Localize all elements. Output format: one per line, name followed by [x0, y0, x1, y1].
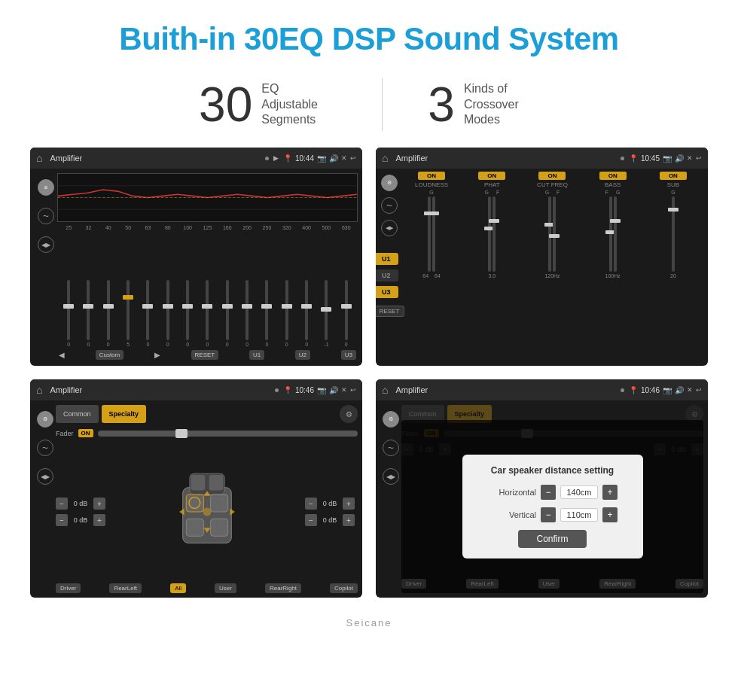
home-icon-3[interactable]: ⌂ [36, 384, 42, 396]
eq-next-btn[interactable]: ▶ [154, 351, 160, 359]
horizontal-minus-btn[interactable]: − [541, 485, 556, 500]
bass-on-btn[interactable]: ON [599, 172, 627, 180]
eq-icon-2[interactable]: 〜 [38, 208, 54, 224]
screen3-main: Common Specialty ⚙ Fader ON [56, 405, 358, 593]
fader-icon-3[interactable]: ◀▶ [37, 468, 53, 485]
screen3-tab-row: Common Specialty ⚙ [56, 405, 358, 423]
vertical-minus-btn[interactable]: − [541, 507, 556, 522]
cross-stat: 3 Kinds of Crossover Modes [383, 81, 584, 129]
eq-icon-3[interactable]: ◀▶ [38, 236, 54, 253]
loudness-sliders [428, 196, 435, 272]
left-rear-plus[interactable]: + [93, 514, 105, 526]
cross-icon-1[interactable]: ⚙ [381, 175, 398, 191]
eq-stat: 30 EQ Adjustable Segments [154, 81, 382, 129]
eq-slider-15: 0 [337, 280, 356, 347]
screen3-content: ⚙ 〜 ◀▶ Common Specialty ⚙ Fader ON [30, 400, 362, 598]
screen-crossover: ⌂ Amplifier 📍 10:45 📷 🔊 ✕ ↩ ⚙ 〜 ◀▶ U1 U2 [376, 148, 708, 366]
eq-slider-8: 0 [197, 280, 217, 347]
right-front-plus[interactable]: + [343, 498, 355, 510]
eq-slider-3: 0 [99, 280, 118, 347]
speaker-layout: − 0 dB + − 0 dB + [56, 443, 358, 580]
loudness-on-btn[interactable]: ON [418, 172, 445, 180]
fader-icon-1[interactable]: ⚙ [37, 411, 53, 428]
vertical-plus-btn[interactable]: + [602, 507, 618, 522]
eq-u3-btn[interactable]: U3 [341, 350, 356, 360]
right-front-ctrl: − 0 dB + [305, 498, 358, 510]
sub-on-btn[interactable]: ON [660, 172, 687, 180]
vertical-value: 110cm [560, 508, 598, 522]
svg-rect-7 [191, 475, 204, 490]
fader-track[interactable] [98, 431, 358, 437]
all-btn[interactable]: All [170, 583, 186, 593]
eq-icon-1[interactable]: ≡ [38, 179, 54, 196]
eq-custom-btn[interactable]: Custom [96, 350, 124, 360]
home-icon-4[interactable]: ⌂ [382, 384, 388, 396]
right-rear-plus[interactable]: + [343, 514, 355, 526]
screen4-rearright-btn: RearRight [599, 579, 636, 589]
right-channel: − 0 dB + − 0 dB + [305, 498, 358, 526]
screen2-main: ON LOUDNESS G 6464 ON P [400, 172, 705, 363]
phat-on-btn[interactable]: ON [478, 172, 505, 180]
cross-icon-3[interactable]: ◀▶ [381, 220, 398, 236]
screen3-icons: 📍 10:46 📷 🔊 ✕ ↩ [283, 386, 356, 394]
dist-icon-3[interactable]: ◀▶ [383, 468, 399, 485]
left-front-ctrl: − 0 dB + [56, 498, 108, 510]
screen1-location-icon: 📍 [283, 154, 292, 163]
u1-btn[interactable]: U1 [376, 253, 398, 265]
right-rear-minus[interactable]: − [305, 514, 317, 526]
left-front-minus[interactable]: − [56, 498, 68, 510]
rearleft-btn[interactable]: RearLeft [109, 583, 142, 593]
screen2-back-icon: ↩ [696, 154, 702, 162]
eq-sliders: 0 0 0 5 0 [57, 233, 358, 347]
rearright-btn[interactable]: RearRight [265, 583, 301, 593]
eq-prev-btn[interactable]: ◀ [59, 351, 65, 359]
screen2-topbar: ⌂ Amplifier 📍 10:45 📷 🔊 ✕ ↩ [376, 148, 708, 169]
screen1-title: Amplifier [50, 154, 261, 163]
screen2-left: ⚙ 〜 ◀▶ U1 U2 U3 RESET [379, 172, 400, 363]
screen2-title: Amplifier [395, 154, 616, 163]
user-btn[interactable]: User [215, 583, 236, 593]
eq-u1-btn[interactable]: U1 [249, 350, 264, 360]
eq-label: EQ Adjustable Segments [261, 81, 337, 128]
cross-icon-2[interactable]: 〜 [381, 197, 398, 214]
driver-btn[interactable]: Driver [56, 583, 81, 593]
eq-slider-4: 5 [118, 280, 138, 347]
right-front-minus[interactable]: − [305, 498, 317, 510]
cutfreq-on-btn[interactable]: ON [538, 172, 566, 180]
screen4-copilot-btn: Copilot [675, 579, 703, 589]
screen2-icons: 📍 10:45 📷 🔊 ✕ ↩ [629, 154, 702, 163]
dist-icon-1[interactable]: ⚙ [383, 411, 399, 428]
home-icon-2[interactable]: ⌂ [382, 152, 388, 164]
home-icon[interactable]: ⌂ [36, 152, 42, 164]
car-diagram-svg [173, 467, 241, 557]
fader-label: Fader [56, 430, 74, 437]
left-rear-minus[interactable]: − [56, 514, 68, 526]
eq-u2-btn[interactable]: U2 [295, 350, 310, 360]
specialty-tab[interactable]: Specialty [102, 405, 147, 423]
u3-btn-gold[interactable]: U3 [376, 286, 398, 298]
screen1-vol-icon: 🔊 [329, 154, 338, 163]
screen4-user-btn: User [538, 579, 560, 589]
screen4-driver-btn: Driver [401, 579, 426, 589]
dist-icon-2[interactable]: 〜 [383, 440, 399, 456]
left-front-plus[interactable]: + [93, 498, 105, 510]
eq-graph [57, 173, 358, 222]
fader-thumb[interactable] [175, 429, 188, 438]
header: Buith-in 30EQ DSP Sound System [0, 0, 738, 71]
fader-on-btn[interactable]: ON [78, 429, 93, 437]
horizontal-plus-btn[interactable]: + [602, 485, 618, 500]
settings-icon[interactable]: ⚙ [340, 405, 358, 423]
fader-icon-2[interactable]: 〜 [37, 440, 53, 456]
screen4-content: ⚙ 〜 ◀▶ Common Specialty ⚙ Fader ON [376, 400, 708, 598]
common-tab[interactable]: Common [56, 405, 99, 423]
u2-btn[interactable]: U2 [376, 269, 398, 282]
horizontal-label: Horizontal [487, 488, 536, 497]
vertical-row: Vertical − 110cm + [476, 507, 630, 522]
cross-cutfreq: ON CUT FREQ GF 120Hz [523, 172, 581, 360]
screen4-title: Amplifier [395, 385, 616, 394]
screen2-location-icon: 📍 [629, 154, 638, 163]
copilot-btn[interactable]: Copilot [330, 583, 358, 593]
eq-reset-btn[interactable]: RESET [191, 350, 219, 360]
confirm-button[interactable]: Confirm [518, 530, 586, 548]
screen1-back-icon: ↩ [350, 154, 356, 162]
